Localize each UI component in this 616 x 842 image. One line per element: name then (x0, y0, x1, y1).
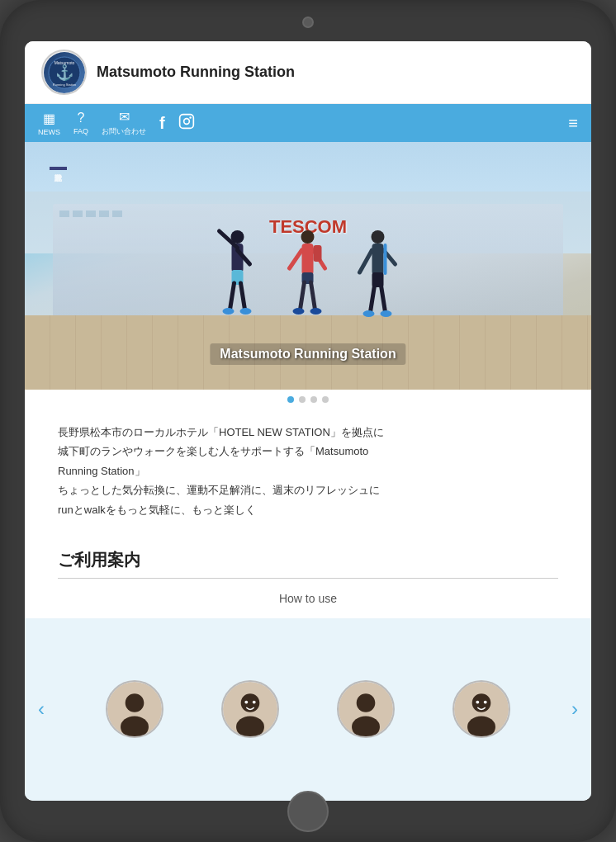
svg-point-37 (126, 694, 145, 713)
dot-1 (287, 396, 294, 403)
faq-icon: ? (78, 111, 85, 125)
hero-overlay: Matsumoto Running Station (210, 343, 405, 365)
carousel-left-arrow[interactable]: ‹ (25, 693, 58, 726)
section-subtitle: How to use (58, 585, 558, 612)
avatar-3 (337, 680, 395, 738)
svg-line-18 (290, 250, 302, 268)
svg-point-45 (357, 694, 376, 713)
carousel-section: ‹ (25, 618, 591, 801)
runner-figure-3 (356, 227, 401, 322)
svg-point-15 (240, 308, 252, 315)
svg-text:Matsumoto: Matsumoto (54, 60, 74, 65)
logo: ⚓ Matsumoto Running Station (41, 50, 87, 95)
svg-point-51 (484, 701, 487, 704)
billboard-left: 北野建設 (50, 167, 67, 170)
svg-line-12 (230, 283, 235, 310)
hero-section: TESCOM 北野建設 (25, 142, 591, 390)
mail-icon: ✉ (119, 109, 130, 125)
svg-point-42 (244, 701, 248, 704)
section-divider (58, 578, 558, 579)
section-header: ご利用案内 How to use (25, 532, 591, 618)
section-title: ご利用案内 (58, 549, 558, 571)
svg-line-21 (301, 282, 305, 310)
avatar-1 (106, 680, 163, 738)
dots-indicator (25, 390, 591, 409)
svg-line-33 (381, 286, 386, 312)
hamburger-button[interactable]: ≡ (568, 114, 578, 133)
svg-point-38 (121, 717, 149, 738)
svg-point-35 (381, 310, 392, 317)
svg-text:⚓: ⚓ (55, 64, 74, 82)
tablet-camera-top (302, 17, 314, 28)
nav-contact[interactable]: ✉ お問い合わせ (102, 109, 146, 137)
svg-line-28 (360, 250, 372, 272)
dot-4 (322, 396, 329, 403)
svg-text:Running Station: Running Station (52, 83, 75, 87)
dot-3 (310, 396, 317, 403)
nav-news[interactable]: ▦ NEWS (38, 111, 60, 136)
nav-instagram[interactable] (178, 113, 195, 133)
nav-faq[interactable]: ? FAQ (73, 111, 88, 135)
runner-figure-1 (216, 227, 261, 322)
avatar-2 (221, 680, 279, 738)
logo-inner: ⚓ Matsumoto Running Station (44, 52, 85, 93)
news-icon: ▦ (43, 111, 55, 126)
svg-rect-23 (314, 245, 322, 262)
nav-facebook[interactable]: f (159, 114, 165, 133)
header: ⚓ Matsumoto Running Station Matsumoto Ru… (25, 41, 591, 104)
svg-rect-4 (179, 115, 193, 129)
carousel-card-3 (316, 680, 415, 738)
svg-rect-30 (384, 244, 387, 275)
svg-line-22 (311, 282, 315, 310)
svg-point-43 (253, 701, 256, 704)
svg-point-24 (293, 308, 305, 315)
contact-label: お問い合わせ (102, 126, 146, 137)
header-title: Matsumoto Running Station (97, 64, 295, 81)
tablet-frame: ⚓ Matsumoto Running Station Matsumoto Ru… (0, 0, 616, 842)
svg-point-14 (223, 308, 235, 315)
description-section: 長野県松本市のローカルホテル「HOTEL NEW STATION」を拠点に 城下… (25, 409, 591, 532)
svg-point-46 (352, 717, 380, 738)
runner-figure-2 (286, 227, 331, 322)
nav-bar: ▦ NEWS ? FAQ ✉ お問い合わせ f (25, 104, 591, 142)
svg-point-41 (236, 717, 264, 738)
news-label: NEWS (38, 128, 60, 136)
svg-rect-17 (302, 244, 314, 275)
carousel-card-1 (85, 680, 184, 738)
carousel-card-4 (432, 680, 531, 738)
svg-point-5 (183, 119, 189, 125)
svg-point-25 (310, 308, 322, 315)
svg-rect-27 (372, 244, 384, 275)
instagram-icon (178, 113, 195, 133)
svg-point-6 (189, 116, 192, 119)
tablet-home-button[interactable] (287, 791, 329, 832)
carousel-card-2 (201, 680, 300, 738)
description-text: 長野県松本市のローカルホテル「HOTEL NEW STATION」を拠点に 城下… (58, 423, 558, 519)
svg-line-32 (371, 286, 375, 312)
svg-point-34 (363, 310, 375, 317)
svg-line-13 (241, 283, 245, 310)
svg-point-49 (467, 717, 495, 738)
facebook-icon: f (159, 114, 165, 133)
screen: ⚓ Matsumoto Running Station Matsumoto Ru… (25, 41, 591, 801)
svg-point-16 (301, 230, 315, 244)
carousel-content (58, 680, 558, 738)
avatar-4 (453, 680, 510, 738)
svg-point-26 (372, 230, 385, 244)
carousel-right-arrow[interactable]: › (558, 693, 591, 726)
dot-2 (299, 396, 306, 403)
hero-text: Matsumoto Running Station (210, 343, 405, 365)
svg-point-50 (476, 701, 479, 704)
faq-label: FAQ (73, 127, 88, 135)
